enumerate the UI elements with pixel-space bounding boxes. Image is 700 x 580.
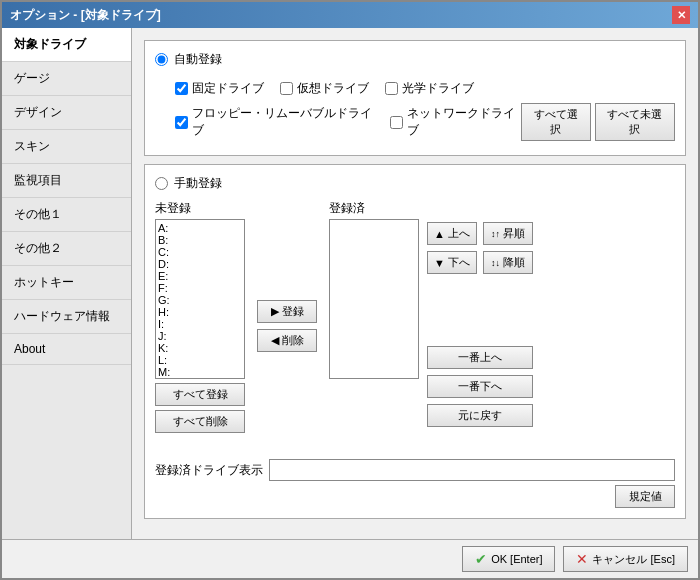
registered-list[interactable] (329, 219, 419, 379)
sidebar-item-gauge[interactable]: ゲージ (2, 62, 131, 96)
sidebar-item-hardware[interactable]: ハードウェア情報 (2, 300, 131, 334)
auto-register-section: 自動登録 固定ドライブ 仮想ドライブ (144, 40, 686, 156)
registered-label: 登録済 (329, 200, 365, 217)
manual-register-body: 未登録 A: B: C: D: E: F: G: H: I: J: (155, 200, 675, 451)
cancel-button[interactable]: ✕ キャンセル [Esc] (563, 546, 688, 572)
sidebar-item-skin[interactable]: スキン (2, 130, 131, 164)
asc-icon: ↕↑ (491, 229, 500, 239)
asc-button[interactable]: ↕↑ 昇順 (483, 222, 533, 245)
list-item[interactable]: E: (158, 270, 242, 282)
manual-register-radio[interactable] (155, 177, 168, 190)
main-content: 対象ドライブ ゲージ デザイン スキン 監視項目 その他１ その他２ ホットキー (2, 28, 698, 539)
sidebar-item-other1[interactable]: その他１ (2, 198, 131, 232)
right-panel: 自動登録 固定ドライブ 仮想ドライブ (132, 28, 698, 539)
list-item[interactable]: A: (158, 222, 242, 234)
display-input[interactable] (269, 459, 675, 481)
fixed-drive-label: 固定ドライブ (192, 80, 264, 97)
sidebar-item-about[interactable]: About (2, 334, 131, 365)
ok-button[interactable]: ✔ OK [Enter] (462, 546, 555, 572)
display-label: 登録済ドライブ表示 (155, 462, 263, 479)
sidebar: 対象ドライブ ゲージ デザイン スキン 監視項目 その他１ その他２ ホットキー (2, 28, 132, 539)
manual-register-section: 手動登録 未登録 A: B: C: D: E: F: (144, 164, 686, 519)
bottom-bar: ✔ OK [Enter] ✕ キャンセル [Esc] (2, 539, 698, 578)
auto-register-radio[interactable] (155, 53, 168, 66)
desc-button[interactable]: ↕↓ 降順 (483, 251, 533, 274)
deselect-all-button[interactable]: すべて未選択 (595, 103, 675, 141)
list-item[interactable]: B: (158, 234, 242, 246)
list-item[interactable]: K: (158, 342, 242, 354)
registered-panel: 登録済 (329, 200, 419, 451)
virtual-drive-label: 仮想ドライブ (297, 80, 369, 97)
manual-register-radio-row: 手動登録 (155, 175, 675, 192)
down-desc-row: ▼ 下へ ↕↓ 降順 (427, 251, 533, 274)
list-item[interactable]: F: (158, 282, 242, 294)
delete-button[interactable]: ◀ 削除 (257, 329, 317, 352)
register-all-button[interactable]: すべて登録 (155, 383, 245, 406)
down-arrow-icon: ▼ (434, 257, 445, 269)
auto-register-radio-row: 自動登録 (155, 51, 675, 68)
defaults-button[interactable]: 規定値 (615, 485, 675, 508)
main-window: オプション - [対象ドライブ] ✕ 対象ドライブ ゲージ デザイン スキン 監… (0, 0, 700, 580)
unregistered-lower-buttons: すべて登録 すべて削除 (155, 383, 245, 433)
fixed-drive-checkbox[interactable] (175, 82, 188, 95)
cancel-icon: ✕ (576, 551, 588, 567)
arrow-left-icon: ◀ (271, 334, 279, 347)
bottom-button[interactable]: 一番下へ (427, 375, 533, 398)
up-asc-row: ▲ 上へ ↕↑ 昇順 (427, 222, 533, 245)
mid-buttons: ▶ 登録 ◀ 削除 (253, 200, 321, 451)
cancel-label: キャンセル [Esc] (592, 552, 675, 567)
list-item[interactable]: G: (158, 294, 242, 306)
down-button[interactable]: ▼ 下へ (427, 251, 477, 274)
sidebar-item-target-drive[interactable]: 対象ドライブ (2, 28, 131, 62)
window-title: オプション - [対象ドライブ] (10, 7, 161, 24)
list-item[interactable]: M: (158, 366, 242, 378)
defaults-btn-area: 規定値 (155, 485, 675, 508)
auto-section-content: 固定ドライブ 仮想ドライブ 光学ドライブ (155, 76, 675, 145)
arrow-right-icon: ▶ (271, 305, 279, 318)
fixed-drive-checkbox-item: 固定ドライブ (175, 80, 264, 97)
floppy-drive-label: フロッピー・リムーバブルドライブ (192, 105, 374, 139)
top-button[interactable]: 一番上へ (427, 346, 533, 369)
checkbox-row-2-wrapper: フロッピー・リムーバブルドライブ ネットワークドライブ すべて選択 すべて未選択 (155, 103, 675, 141)
ok-icon: ✔ (475, 551, 487, 567)
up-arrow-icon: ▲ (434, 228, 445, 240)
checkbox-row-1: 固定ドライブ 仮想ドライブ 光学ドライブ (155, 80, 675, 97)
virtual-drive-checkbox-item: 仮想ドライブ (280, 80, 369, 97)
list-item[interactable]: J: (158, 330, 242, 342)
select-all-button[interactable]: すべて選択 (521, 103, 591, 141)
registered-spacer (329, 379, 419, 383)
close-button[interactable]: ✕ (672, 6, 690, 24)
sidebar-item-hotkey[interactable]: ホットキー (2, 266, 131, 300)
sidebar-item-design[interactable]: デザイン (2, 96, 131, 130)
optical-drive-checkbox-item: 光学ドライブ (385, 80, 474, 97)
network-drive-checkbox-item: ネットワークドライブ (390, 105, 521, 139)
floppy-drive-checkbox[interactable] (175, 116, 188, 129)
list-item[interactable]: C: (158, 246, 242, 258)
delete-all-button[interactable]: すべて削除 (155, 410, 245, 433)
floppy-drive-checkbox-item: フロッピー・リムーバブルドライブ (175, 105, 374, 139)
network-drive-label: ネットワークドライブ (407, 105, 521, 139)
manual-register-label: 手動登録 (174, 175, 222, 192)
network-drive-checkbox[interactable] (390, 116, 403, 129)
list-item[interactable]: L: (158, 354, 242, 366)
list-item[interactable]: N: (158, 378, 242, 379)
ok-label: OK [Enter] (491, 553, 542, 565)
optical-drive-label: 光学ドライブ (402, 80, 474, 97)
list-item[interactable]: H: (158, 306, 242, 318)
reset-button[interactable]: 元に戻す (427, 404, 533, 427)
virtual-drive-checkbox[interactable] (280, 82, 293, 95)
list-item[interactable]: D: (158, 258, 242, 270)
unregistered-list[interactable]: A: B: C: D: E: F: G: H: I: J: K: L: (155, 219, 245, 379)
title-bar: オプション - [対象ドライブ] ✕ (2, 2, 698, 28)
checkbox-row-2: フロッピー・リムーバブルドライブ ネットワークドライブ (155, 105, 521, 139)
desc-icon: ↕↓ (491, 258, 500, 268)
sidebar-item-monitor[interactable]: 監視項目 (2, 164, 131, 198)
unregistered-label: 未登録 (155, 200, 191, 217)
optical-drive-checkbox[interactable] (385, 82, 398, 95)
sort-buttons: ▲ 上へ ↕↑ 昇順 ▼ 下へ (427, 200, 533, 451)
sidebar-item-other2[interactable]: その他２ (2, 232, 131, 266)
register-button[interactable]: ▶ 登録 (257, 300, 317, 323)
list-item[interactable]: I: (158, 318, 242, 330)
select-buttons: すべて選択 すべて未選択 (521, 103, 675, 141)
up-button[interactable]: ▲ 上へ (427, 222, 477, 245)
